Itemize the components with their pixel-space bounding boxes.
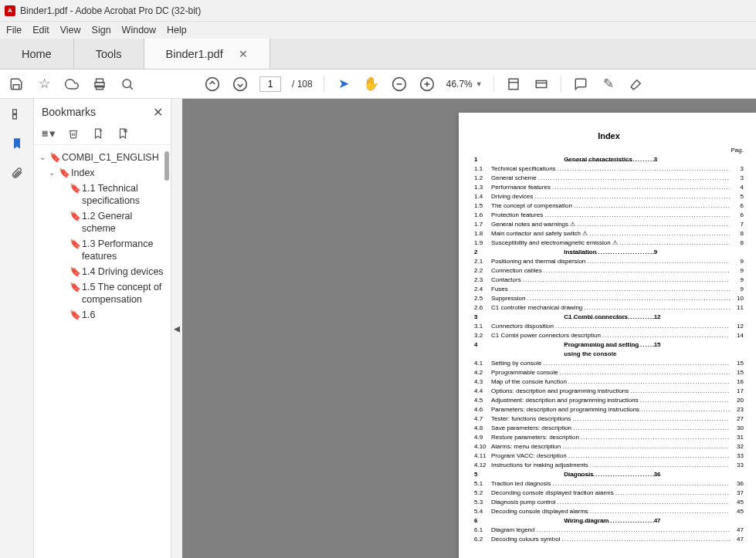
toc-row: 1.4Driving devices5 xyxy=(474,192,744,201)
bookmark-item[interactable]: 🔖1.2 General scheme xyxy=(39,208,168,236)
toc-row: 5.3Diagnosis pump control45 xyxy=(474,498,744,507)
fit-page-icon[interactable] xyxy=(505,76,522,93)
fit-width-icon[interactable] xyxy=(533,76,550,93)
toc-row: 4.5Adjustment: description and programmi… xyxy=(474,396,744,405)
toc-row: 1.1Technical specifications3 xyxy=(474,164,744,174)
new-bookmark-icon[interactable] xyxy=(91,127,105,140)
toc-row: 5.4Decoding console displayed alarms45 xyxy=(474,507,744,516)
bookmark-root[interactable]: ⌄🔖 COMBI_C1_ENGLISH xyxy=(39,150,168,165)
toc-row: 1.5The concept of compensation6 xyxy=(474,201,744,211)
pdf-icon: A xyxy=(5,5,15,16)
pointer-icon[interactable]: ➤ xyxy=(335,76,352,93)
bookmark-item[interactable]: 🔖1.4 Driving devices xyxy=(39,264,168,279)
delete-icon[interactable] xyxy=(66,127,80,140)
toc-row: 3.1Connectors disposition12 xyxy=(474,322,744,331)
bookmark-item[interactable]: 🔖1.6 xyxy=(39,307,168,323)
sidepanel: Bookmarks ✕ ▾ ⌄🔖 COMBI_C1_ENGLISH ⌄🔖 Ind… xyxy=(34,99,171,558)
toc-table: 1General characteristics31.1Technical sp… xyxy=(474,155,744,544)
toc-row: 5.1Traction led diagnosis36 xyxy=(474,479,744,489)
bookmark-item[interactable]: 🔖1.1 Technical specifications xyxy=(39,181,168,208)
toc-row: 2.2Connection cables9 xyxy=(474,266,744,276)
toc-row: 5.2Deconding console displayed traction … xyxy=(474,489,744,498)
menu-window[interactable]: Window xyxy=(122,25,156,36)
main: Bookmarks ✕ ▾ ⌄🔖 COMBI_C1_ENGLISH ⌄🔖 Ind… xyxy=(0,99,756,558)
bookmarks-icon[interactable] xyxy=(9,136,25,151)
titlebar: A Binder1.pdf - Adobe Acrobat Pro DC (32… xyxy=(0,0,756,22)
toc-row: 5Diagnosis36 xyxy=(474,470,744,479)
star-icon[interactable]: ☆ xyxy=(36,76,53,93)
comment-icon[interactable] xyxy=(572,76,589,93)
svg-rect-17 xyxy=(12,115,16,119)
menu-file[interactable]: File xyxy=(6,25,22,36)
page-pag-label: Pag. xyxy=(474,147,744,154)
toc-row: 1.2General scheme3 xyxy=(474,174,744,183)
zoom-in-icon[interactable] xyxy=(419,76,436,93)
svg-point-3 xyxy=(123,79,131,88)
find-bookmark-icon[interactable] xyxy=(116,127,130,140)
toc-row: 1.6Protection features6 xyxy=(474,211,744,220)
toolbar: ☆ / 108 ➤ ✋ 46.7%▼ ✎ xyxy=(0,69,756,99)
toc-row: 1.8Main contactor and safety switch ⚠8 xyxy=(474,229,744,238)
options-icon[interactable]: ▾ xyxy=(42,127,56,140)
thumbnails-icon[interactable] xyxy=(9,107,25,122)
menubar: File Edit View Sign Window Help xyxy=(0,22,756,39)
toc-row: 1.7General notes and warnings ⚠7 xyxy=(474,220,744,229)
tabbar: Home Tools Binder1.pdf ✕ xyxy=(0,39,756,69)
toc-row: 4.7Tester: functions descriptions27 xyxy=(474,414,744,424)
toc-row: 2.4Fuses9 xyxy=(474,285,744,294)
toc-row: 4.9Restore parameters: description31 xyxy=(474,433,744,442)
tab-tools[interactable]: Tools xyxy=(74,39,144,69)
toc-row: 4.4Options: description and programming … xyxy=(474,387,744,396)
toc-row: 6.2Decoding colours symbol47 xyxy=(474,535,744,544)
toc-row: 2.5Suppression10 xyxy=(474,294,744,303)
collapse-handle-icon[interactable]: ◂ xyxy=(171,99,182,558)
toc-row: 4.6Parameters: description and programmi… xyxy=(474,405,744,414)
svg-rect-12 xyxy=(509,79,518,90)
save-icon[interactable] xyxy=(8,76,25,93)
toc-row: 4.1Setting by console15 xyxy=(474,359,744,368)
toc-row: 4.10Alarms: menu description32 xyxy=(474,442,744,451)
menu-sign[interactable]: Sign xyxy=(92,25,111,36)
toc-row: 6.1Diagram legend47 xyxy=(474,526,744,535)
menu-view[interactable]: View xyxy=(60,25,81,36)
toc-row: 2.1Positioning and thermal dispersion9 xyxy=(474,257,744,266)
menu-help[interactable]: Help xyxy=(167,25,187,36)
zoom-out-icon[interactable] xyxy=(391,76,408,93)
page-up-icon[interactable] xyxy=(204,76,221,93)
menu-edit[interactable]: Edit xyxy=(32,25,49,36)
tab-home[interactable]: Home xyxy=(0,39,74,69)
cloud-icon[interactable] xyxy=(63,76,80,93)
zoom-level[interactable]: 46.7%▼ xyxy=(446,79,483,90)
sidepanel-close-icon[interactable]: ✕ xyxy=(153,105,163,120)
close-icon[interactable]: ✕ xyxy=(239,48,248,60)
svg-point-5 xyxy=(206,77,219,90)
toc-row: 4Programming and setting using the conso… xyxy=(474,340,744,359)
scrollbar[interactable] xyxy=(164,145,169,558)
toc-row: 2Installation9 xyxy=(474,248,744,257)
svg-rect-16 xyxy=(12,110,16,113)
svg-rect-19 xyxy=(42,133,47,134)
tab-document-label: Binder1.pdf xyxy=(166,48,223,60)
svg-line-4 xyxy=(130,86,133,90)
page-title: Index xyxy=(474,131,744,140)
svg-point-6 xyxy=(234,77,247,90)
signature-icon[interactable] xyxy=(628,76,645,93)
window-title: Binder1.pdf - Adobe Acrobat Pro DC (32-b… xyxy=(20,5,201,16)
toc-row: 4.3Map of the console function16 xyxy=(474,377,744,387)
attachments-icon[interactable] xyxy=(9,165,25,181)
toc-row: 4.2Pprogrammable console15 xyxy=(474,368,744,377)
page-input[interactable] xyxy=(259,76,281,92)
bookmark-item[interactable]: 🔖1.5 The concept of compensation xyxy=(39,279,168,307)
tab-document[interactable]: Binder1.pdf ✕ xyxy=(144,39,270,69)
highlight-icon[interactable]: ✎ xyxy=(600,76,617,93)
search-icon[interactable] xyxy=(119,76,136,93)
page-down-icon[interactable] xyxy=(232,76,249,93)
print-icon[interactable] xyxy=(91,76,108,93)
pdf-page: Index Pag. 1General characteristics31.1T… xyxy=(459,113,756,558)
bookmark-index[interactable]: ⌄🔖 Index xyxy=(39,165,168,181)
bookmark-item[interactable]: 🔖1.3 Performance features xyxy=(39,236,168,264)
hand-icon[interactable]: ✋ xyxy=(363,76,380,93)
toc-row: 1General characteristics3 xyxy=(474,155,744,164)
toc-row: 4.8Save parameters: description30 xyxy=(474,424,744,433)
toc-row: 2.3Contactors9 xyxy=(474,276,744,285)
